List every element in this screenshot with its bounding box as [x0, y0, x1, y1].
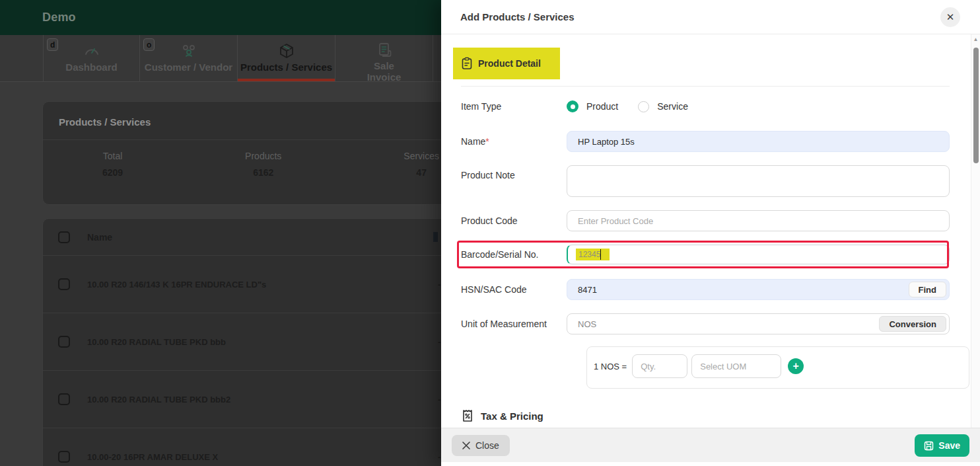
table-row[interactable]: 10.00 R20 RADIAL TUBE PKD bbb - [43, 313, 479, 370]
name-input[interactable]: HP Laptop 15s [567, 131, 950, 152]
invoice-icon [376, 42, 392, 59]
product-note-row: Product Note [461, 165, 950, 197]
table-row[interactable]: 10.00 R20 RADIAL TUBE PKD bbb2 - [43, 370, 479, 428]
close-button[interactable]: Close [452, 435, 510, 456]
product-detail-label: Product Detail [478, 58, 541, 69]
tab-customer-vendor-label: Customer / Vendor [145, 61, 232, 73]
required-asterisk: * [485, 136, 489, 147]
tabbar-spacer [0, 35, 44, 81]
product-note-input[interactable] [567, 165, 950, 197]
name-row: Name* HP Laptop 15s [461, 131, 950, 152]
conversion-button[interactable]: Conversion [879, 316, 946, 332]
barcode-input[interactable]: 12345 [567, 245, 950, 264]
close-x-icon [462, 442, 470, 449]
scrollbar-thumb[interactable] [973, 48, 979, 163]
item-type-label: Item Type [461, 101, 567, 112]
drawer-header: Add Products / Services ✕ [441, 0, 980, 34]
gauge-icon [83, 42, 100, 60]
uom-label: Unit of Measurement [461, 319, 567, 329]
main-tabbar: d Dashboard o [0, 35, 441, 82]
summary-card-title: Products / Services [43, 102, 479, 128]
product-code-label: Product Code [461, 215, 567, 226]
app-screen: Demo d Dashboard o [0, 0, 980, 466]
table-row[interactable]: 10.00-20 16PR AMAR DELUXE X - [43, 428, 479, 466]
add-conversion-button plus-icon[interactable]: + [788, 358, 804, 374]
tax-pricing-label: Tax & Pricing [481, 410, 543, 422]
shortcut-badge-customer: o [143, 38, 155, 51]
product-code-input[interactable]: Enter Product Code [567, 210, 950, 231]
package-icon [278, 42, 295, 60]
uom-conversion-row: 1 NOS = Qty. Select UOM + [461, 346, 950, 389]
people-icon [180, 42, 198, 60]
stat-products: Products 6162 [245, 151, 281, 178]
tab-products-services-label: Products / Services [240, 61, 332, 73]
app-title: Demo [42, 11, 76, 24]
radio-product-label: Product [586, 101, 618, 112]
drawer-footer: Close Save [441, 428, 980, 462]
section-divider [461, 86, 950, 87]
product-detail-section-chip: Product Detail [453, 48, 560, 79]
summary-stats: Total 6209 Products 6162 Services 47 [43, 140, 479, 178]
drawer-title: Add Products / Services [460, 11, 575, 22]
tab-sale-invoice-label: Sale Invoice [363, 60, 405, 83]
row-checkbox[interactable] [58, 393, 70, 405]
stat-total: Total 6209 [102, 151, 123, 178]
product-note-label: Product Note [461, 170, 567, 180]
scrollbar-up-arrow-icon[interactable]: ▲ [971, 36, 980, 42]
product-code-row: Product Code Enter Product Code [461, 210, 950, 231]
save-button[interactable]: Save [915, 434, 969, 457]
tab-sale-invoice[interactable]: Sale Invoice [335, 35, 433, 81]
row-checkbox[interactable] [58, 278, 70, 290]
table-header-row: Name [43, 219, 479, 255]
table-row[interactable]: 10.00 R20 146/143 K 16PR ENDURACE LD"s - [43, 255, 479, 313]
radio-service-label: Service [657, 101, 688, 112]
tab-dashboard-label: Dashboard [65, 61, 117, 73]
drawer-scrollbar[interactable]: ▲ [971, 34, 980, 428]
add-product-drawer: Add Products / Services ✕ Product Detail… [441, 0, 980, 466]
item-type-options: Product Service [567, 100, 950, 112]
tab-customer-vendor[interactable]: o Customer / Vendor [140, 35, 238, 81]
barcode-label: Barcode/Serial No. [461, 249, 567, 260]
select-all-checkbox[interactable] [58, 231, 70, 243]
tab-dashboard[interactable]: d Dashboard [44, 35, 140, 81]
find-button[interactable]: Find [909, 282, 946, 297]
hsn-row: HSN/SAC Code 8471 Find [461, 279, 950, 300]
clipboard-icon [461, 57, 473, 70]
barcode-value-highlight: 12345 [576, 249, 610, 260]
clipped-column-header [433, 232, 438, 242]
save-floppy-icon [924, 441, 934, 451]
row-checkbox[interactable] [58, 451, 70, 463]
conversion-prefix: 1 NOS = [594, 362, 627, 371]
stat-services: Services 47 [403, 151, 439, 178]
percent-badge-icon [461, 408, 474, 423]
hsn-label: HSN/SAC Code [461, 284, 567, 295]
row-checkbox[interactable] [58, 336, 70, 348]
products-table-card: Name 10.00 R20 146/143 K 16PR ENDURACE L… [42, 218, 479, 466]
uom-row: Unit of Measurement NOS Conversion [461, 313, 950, 334]
tax-pricing-section-header: Tax & Pricing [461, 408, 543, 423]
name-column-header: Name [87, 232, 112, 243]
hsn-input[interactable]: 8471 [567, 279, 950, 300]
uom-conversion-box: 1 NOS = Qty. Select UOM + [586, 346, 969, 389]
barcode-row: Barcode/Serial No. 12345 [461, 245, 950, 264]
conversion-qty-input[interactable]: Qty. [632, 354, 687, 378]
tab-products-services[interactable]: Products / Services [238, 35, 335, 81]
shortcut-badge-dashboard: d [47, 38, 58, 51]
name-label: Name* [461, 136, 567, 147]
item-type-row: Item Type Product Service [461, 98, 950, 115]
conversion-uom-select[interactable]: Select UOM [691, 354, 781, 378]
radio-product[interactable] [567, 100, 578, 112]
products-summary-card: Products / Services Total 6209 Products … [42, 101, 479, 205]
radio-service[interactable] [638, 101, 649, 112]
close-icon[interactable]: ✕ [940, 7, 960, 27]
text-caret [600, 249, 602, 260]
